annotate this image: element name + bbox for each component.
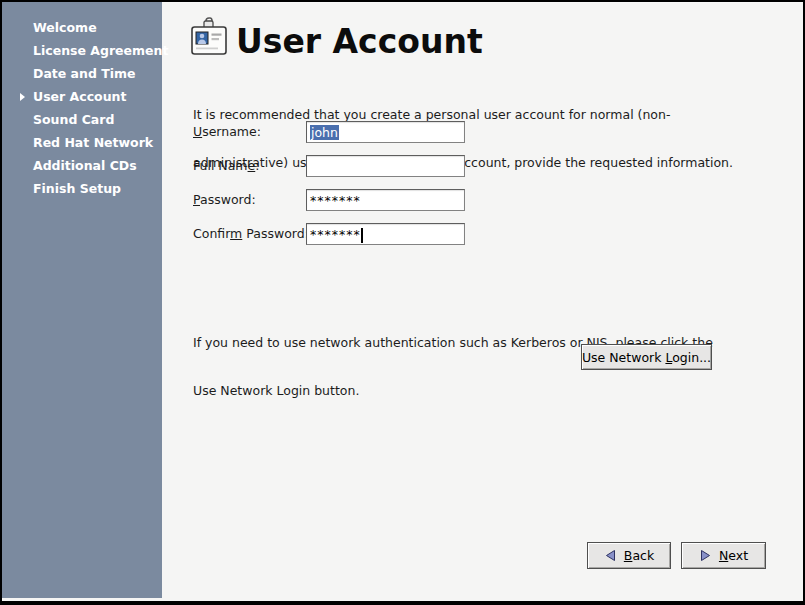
button-label: Next: [719, 548, 748, 563]
full-name-input[interactable]: [306, 155, 465, 177]
label-text: Full Nam: [193, 158, 248, 173]
sidebar-item-label: Welcome: [33, 20, 97, 35]
password-row: Password: *******: [193, 189, 653, 211]
sidebar-item-label: Date and Time: [33, 66, 136, 81]
password-input[interactable]: *******: [306, 189, 465, 211]
sidebar-item-user-account[interactable]: User Account: [2, 85, 162, 108]
sidebar-item-license-agreement[interactable]: License Agreement: [2, 39, 162, 62]
password-label: Password:: [193, 189, 256, 211]
username-label: Username:: [193, 121, 261, 143]
label-text: Confir: [193, 226, 230, 241]
back-button[interactable]: Back: [587, 542, 671, 569]
masked-password-text: *******: [310, 193, 361, 208]
confirm-password-label: Confirm Password:: [193, 223, 309, 245]
button-label: Back: [624, 548, 654, 563]
full-name-row: Full Name:: [193, 155, 653, 177]
sidebar-item-sound-card[interactable]: Sound Card: [2, 108, 162, 131]
masked-password-text: *******: [310, 227, 361, 242]
next-button[interactable]: Next: [681, 542, 766, 569]
sidebar-item-label: Additional CDs: [33, 158, 137, 173]
label-text: assword:: [200, 192, 256, 207]
label-text: Password:: [242, 226, 309, 241]
page-title: User Account: [236, 22, 483, 61]
label-mnemonic: P: [193, 192, 200, 207]
main-row: Welcome License Agreement Date and Time …: [2, 2, 803, 598]
use-network-login-button[interactable]: Use Network Login...: [581, 344, 712, 370]
text-caret: [361, 228, 363, 243]
full-name-label: Full Name:: [193, 155, 259, 177]
network-note-line: Use Network Login button.: [193, 383, 799, 399]
setup-agent-window: Welcome License Agreement Date and Time …: [0, 0, 805, 605]
user-account-icon: [189, 15, 229, 59]
label-text: ext: [728, 548, 748, 563]
sidebar-item-welcome[interactable]: Welcome: [2, 16, 162, 39]
sidebar-item-additional-cds[interactable]: Additional CDs: [2, 154, 162, 177]
username-input[interactable]: john: [306, 121, 465, 143]
button-label: Use Network Login...: [582, 350, 711, 365]
confirm-password-row: Confirm Password: *******: [193, 223, 653, 245]
sidebar-item-label: Sound Card: [33, 112, 114, 127]
label-text: sername:: [202, 124, 261, 139]
username-row: Username: john: [193, 121, 653, 143]
label-text: Use Network: [582, 350, 666, 365]
label-text: :: [255, 158, 259, 173]
back-arrow-icon: [604, 549, 617, 562]
sidebar-item-label: Red Hat Network: [33, 135, 153, 150]
active-item-arrow-icon: [20, 93, 25, 101]
sidebar-item-finish-setup[interactable]: Finish Setup: [2, 177, 162, 200]
label-mnemonic: U: [193, 124, 202, 139]
label-mnemonic: m: [230, 226, 242, 241]
label-mnemonic: N: [719, 548, 728, 563]
sidebar-item-date-and-time[interactable]: Date and Time: [2, 62, 162, 85]
sidebar-item-red-hat-network[interactable]: Red Hat Network: [2, 131, 162, 154]
sidebar-item-label: Finish Setup: [33, 181, 121, 196]
selected-text: john: [310, 125, 339, 140]
sidebar-item-label: User Account: [33, 89, 126, 104]
next-arrow-icon: [699, 549, 712, 562]
label-text: ogin...: [672, 350, 711, 365]
sidebar-item-label: License Agreement: [33, 43, 168, 58]
content-pane: User Account It is recommended that you …: [162, 2, 803, 598]
label-text: ack: [632, 548, 654, 563]
sidebar: Welcome License Agreement Date and Time …: [2, 2, 162, 598]
confirm-password-input[interactable]: *******: [306, 223, 465, 245]
